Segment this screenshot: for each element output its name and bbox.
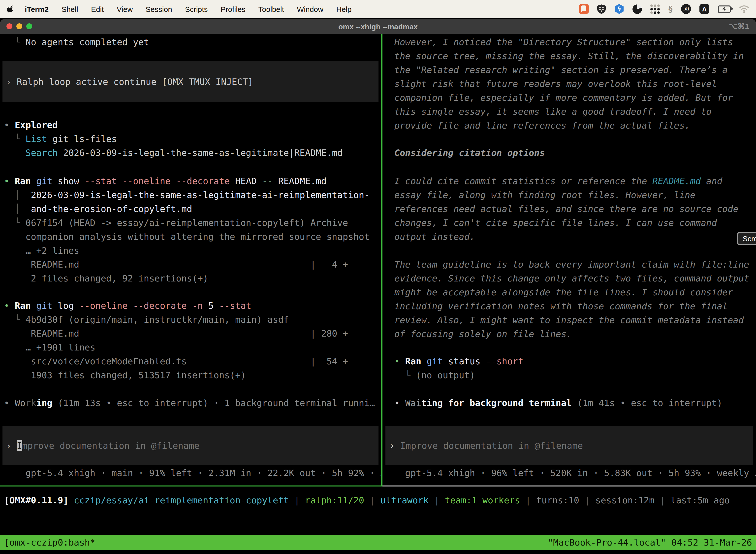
no-agents-line: └ No agents completed yet — [0, 35, 381, 49]
ran-git-log-line: • Ran git log --oneline --decorate -n 5 … — [0, 299, 381, 313]
reasoning-paragraph-line: the "Related research writing" section i… — [382, 63, 756, 77]
git-log-stat-summary: 1903 files changed, 513517 insertions(+) — [0, 368, 381, 382]
left-pane: └ No agents completed yet › Ralph loop a… — [0, 34, 381, 487]
git-log-stat-readme: README.md | 280 + — [0, 327, 381, 340]
menu-bar-status: ϟ § ..61 A — [579, 4, 749, 14]
reasoning-paragraph-line: this single essay, it seems like a good … — [382, 105, 756, 119]
git-status-no-output: └ (no output) — [382, 368, 756, 382]
reasoning-paragraph-line: companion file, especially if more comme… — [382, 91, 756, 105]
reasoning-paragraph-line: The team guideline is to back every impo… — [382, 258, 756, 272]
window-shortcut-badge: ⌥⌘1 — [729, 22, 749, 31]
tmux-host-time: "MacBook-Pro-44.local" 04:52 31-Mar-26 — [548, 537, 752, 548]
dots-grid-icon[interactable] — [650, 4, 660, 14]
menu-item-shell[interactable]: Shell — [62, 5, 78, 13]
menu-item-toolbelt[interactable]: Toolbelt — [258, 5, 284, 13]
reasoning-paragraph-line: provide file and line references from th… — [382, 119, 756, 132]
reasoning-paragraph-line: references need actual files, and since … — [382, 202, 756, 216]
left-prompt-input[interactable]: › Improve documentation in @filename — [2, 426, 378, 465]
git-show-output-2: companion analysis without altering the … — [0, 230, 381, 244]
left-model-status-line: gpt-5.4 xhigh · main · 91% left · 2.31M … — [0, 466, 381, 480]
ralph-banner-text: › Ralph loop active continue [OMX_TMUX_I… — [6, 75, 253, 89]
reasoning-heading: Considering citation options — [382, 146, 756, 160]
terminal-content: └ No agents completed yet › Ralph loop a… — [0, 34, 756, 554]
reasoning-paragraph-line: evidence. Since this change only affects… — [382, 272, 756, 285]
git-show-stat-summary: 2 files changed, 92 insertions(+) — [0, 272, 381, 285]
apple-menu-icon[interactable] — [7, 4, 15, 13]
wifi-icon[interactable] — [739, 5, 749, 13]
screen: iTerm2ShellEditViewSessionScriptsProfile… — [0, 0, 756, 554]
shield-grid-icon[interactable] — [597, 4, 606, 14]
git-log-output-1: └ 4b9d30f (origin/main, instructkr/main,… — [0, 313, 381, 327]
reasoning-paragraph-line: essay file, along with finding root file… — [382, 188, 756, 202]
git-show-arg-wrap-2: │ and-the-erosion-of-copyleft.md — [0, 202, 381, 216]
explored-list-line: └ List git ls-files — [0, 132, 381, 146]
right-prompt-input[interactable]: › Improve documentation in @filename — [385, 426, 753, 465]
menu-item-scripts[interactable]: Scripts — [185, 5, 208, 13]
squiggle-icon[interactable]: § — [668, 4, 673, 14]
a-key-label: A — [702, 5, 707, 13]
right-pane: However, I noticed the "Directory Struct… — [382, 34, 756, 487]
git-show-output-more: … +2 lines — [0, 244, 381, 258]
git-log-stat-voice: src/voice/voiceModeEnabled.ts | 54 + — [0, 354, 381, 368]
omx-status-bar: [OMX#0.11.9] cczip/essay/ai-reimplementa… — [4, 493, 730, 507]
git-show-arg-wrap-1: │ 2026-03-09-is-legal-the-same-as-legiti… — [0, 188, 381, 202]
terminal-window: omx --xhigh --madmax ⌥⌘1 └ No agents com… — [0, 19, 756, 554]
menu-item-profiles[interactable]: Profiles — [221, 5, 246, 13]
badge-61-icon[interactable]: ..61 — [681, 4, 691, 14]
ran-git-show-line: • Ran git show --stat --oneline --decora… — [0, 174, 381, 188]
window-title: omx --xhigh --madmax — [0, 22, 756, 31]
reasoning-paragraph-line: output instead. — [382, 230, 756, 244]
menu-item-iterm2[interactable]: iTerm2 — [25, 5, 49, 13]
reasoning-paragraph-line: However, I noticed the "Directory Struct… — [382, 35, 756, 49]
reasoning-paragraph-line: slight risk that future readers may over… — [382, 77, 756, 91]
menu-items: iTerm2ShellEditViewSessionScriptsProfile… — [25, 5, 352, 13]
reasoning-paragraph-line: might be acceptable alongside the file l… — [382, 285, 756, 299]
reasoning-paragraph-line: including verification notes with those … — [382, 299, 756, 313]
left-prompt-text: › Improve documentation in @filename — [6, 439, 199, 452]
git-show-output-1: └ 067f154 (HEAD -> essay/ai-reimplementa… — [0, 216, 381, 230]
ralph-banner: › Ralph loop active continue [OMX_TMUX_I… — [2, 61, 378, 102]
hexagon-bolt-icon[interactable]: ϟ — [614, 4, 624, 14]
reasoning-paragraph-line: the source tree, missing the essay. Stil… — [382, 49, 756, 63]
reasoning-paragraph-line: review. Also, I might want to inspect th… — [382, 313, 756, 327]
explored-header: • Explored — [0, 118, 381, 132]
reasoning-paragraph-line: of focusing solely on file lines. — [382, 327, 756, 341]
badge-61-label: ..61 — [683, 7, 690, 11]
tmux-status-bar: [omx-cczip0:bash* "MacBook-Pro-44.local"… — [0, 535, 756, 550]
pie-chart-icon[interactable] — [632, 4, 642, 14]
a-key-icon[interactable]: A — [699, 4, 709, 14]
record-bubble-icon — [581, 5, 586, 11]
menu-item-window[interactable]: Window — [297, 5, 323, 13]
menu-item-session[interactable]: Session — [145, 5, 172, 13]
ran-git-status-line: • Ran git status --short — [382, 354, 756, 368]
battery-icon[interactable] — [718, 5, 731, 13]
menu-bar: iTerm2ShellEditViewSessionScriptsProfile… — [0, 0, 756, 18]
menu-item-edit[interactable]: Edit — [91, 5, 104, 13]
tmux-session-label: [omx-cczip0:bash* — [4, 537, 95, 548]
right-prompt-text: › Improve documentation in @filename — [389, 439, 583, 452]
screen-share-pill-label: Scre — [743, 234, 756, 243]
title-bar[interactable]: omx --xhigh --madmax ⌥⌘1 — [0, 19, 756, 34]
working-status-line: • Working (11m 13s • esc to interrupt) ·… — [0, 396, 381, 410]
waiting-status-line: • Waiting for background terminal (1m 41… — [382, 396, 756, 410]
git-show-stat-readme: README.md | 4 + — [0, 258, 381, 272]
menu-item-view[interactable]: View — [117, 5, 133, 13]
git-log-output-more: … +1901 lines — [0, 340, 381, 354]
reasoning-paragraph-line: changes, I can't cite specific file line… — [382, 216, 756, 230]
right-model-status-line: gpt-5.4 xhigh · 96% left · 520K in · 5.8… — [382, 466, 756, 480]
menu-item-help[interactable]: Help — [336, 5, 352, 13]
explored-search-line: Search 2026-03-09-is-legal-the-same-as-l… — [0, 146, 381, 160]
screen-record-indicator-icon[interactable] — [579, 4, 589, 14]
screen-share-pill[interactable]: Scre — [737, 232, 756, 245]
reasoning-paragraph-line: I could cite commit statistics or refere… — [382, 174, 756, 188]
